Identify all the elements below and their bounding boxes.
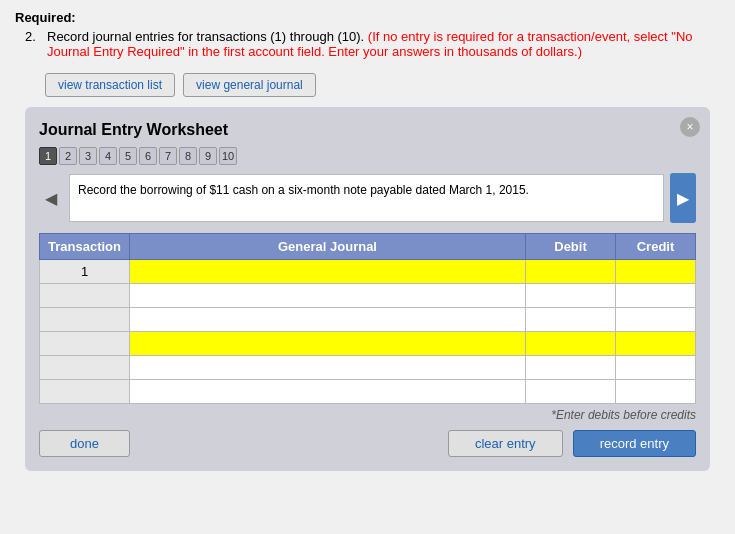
journal-input[interactable] [130, 284, 525, 307]
page-num-10[interactable]: 10 [219, 147, 237, 165]
page-num-4[interactable]: 4 [99, 147, 117, 165]
page-num-8[interactable]: 8 [179, 147, 197, 165]
txn-cell [40, 284, 130, 308]
credit-input[interactable] [616, 356, 695, 379]
credit-cell[interactable] [616, 332, 696, 356]
debit-cell[interactable] [526, 380, 616, 404]
journal-cell[interactable] [130, 308, 526, 332]
page-num-1[interactable]: 1 [39, 147, 57, 165]
debit-input[interactable] [526, 332, 615, 355]
page-num-3[interactable]: 3 [79, 147, 97, 165]
page-num-9[interactable]: 9 [199, 147, 217, 165]
txn-cell [40, 332, 130, 356]
col-debit: Debit [526, 234, 616, 260]
debit-cell[interactable] [526, 356, 616, 380]
next-arrow[interactable]: ▶ [670, 173, 696, 223]
credit-input[interactable] [616, 332, 695, 355]
col-transaction: Transaction [40, 234, 130, 260]
txn-cell: 1 [40, 260, 130, 284]
journal-input[interactable] [130, 356, 525, 379]
text-black: Record journal entries for transactions … [47, 29, 364, 44]
credit-cell[interactable] [616, 356, 696, 380]
txn-cell [40, 308, 130, 332]
table-row: 1 [40, 260, 696, 284]
prev-arrow[interactable]: ◀ [39, 173, 63, 223]
bottom-buttons: done clear entry record entry [39, 430, 696, 457]
view-journal-button[interactable]: view general journal [183, 73, 316, 97]
col-journal: General Journal [130, 234, 526, 260]
col-credit: Credit [616, 234, 696, 260]
table-row [40, 308, 696, 332]
required-section: Required: 2. Record journal entries for … [15, 10, 720, 59]
credit-input[interactable] [616, 380, 695, 403]
debit-input[interactable] [526, 356, 615, 379]
credit-cell[interactable] [616, 260, 696, 284]
debit-cell[interactable] [526, 332, 616, 356]
required-label: Required: [15, 10, 720, 25]
debit-input[interactable] [526, 308, 615, 331]
table-row [40, 356, 696, 380]
page-num-2[interactable]: 2 [59, 147, 77, 165]
hint-text: *Enter debits before credits [39, 408, 696, 422]
journal-cell[interactable] [130, 356, 526, 380]
page-num-5[interactable]: 5 [119, 147, 137, 165]
debit-cell[interactable] [526, 284, 616, 308]
pagination: 12345678910 [39, 147, 696, 165]
table-row [40, 332, 696, 356]
credit-cell[interactable] [616, 380, 696, 404]
journal-cell[interactable] [130, 284, 526, 308]
table-row [40, 380, 696, 404]
debit-input[interactable] [526, 380, 615, 403]
description-box: Record the borrowing of $11 cash on a si… [69, 174, 664, 222]
clear-entry-button[interactable]: clear entry [448, 430, 563, 457]
debit-input[interactable] [526, 284, 615, 307]
table-row [40, 284, 696, 308]
journal-table: Transaction General Journal Debit Credit… [39, 233, 696, 404]
page-num-7[interactable]: 7 [159, 147, 177, 165]
top-buttons: view transaction list view general journ… [45, 73, 720, 97]
txn-cell [40, 356, 130, 380]
txn-cell [40, 380, 130, 404]
debit-cell[interactable] [526, 308, 616, 332]
item-number: 2. [25, 29, 41, 59]
close-button[interactable]: × [680, 117, 700, 137]
done-button[interactable]: done [39, 430, 130, 457]
journal-cell[interactable] [130, 332, 526, 356]
worksheet-container: Journal Entry Worksheet × 12345678910 ◀ … [25, 107, 710, 471]
page-num-6[interactable]: 6 [139, 147, 157, 165]
journal-input[interactable] [130, 380, 525, 403]
credit-input[interactable] [616, 284, 695, 307]
debit-input[interactable] [526, 260, 615, 283]
credit-cell[interactable] [616, 308, 696, 332]
journal-input[interactable] [130, 332, 525, 355]
debit-cell[interactable] [526, 260, 616, 284]
record-entry-button[interactable]: record entry [573, 430, 696, 457]
required-text: Record journal entries for transactions … [47, 29, 720, 59]
journal-input[interactable] [130, 308, 525, 331]
credit-input[interactable] [616, 308, 695, 331]
worksheet-title: Journal Entry Worksheet [39, 121, 696, 139]
description-row: ◀ Record the borrowing of $11 cash on a … [39, 173, 696, 223]
journal-input[interactable] [130, 260, 525, 283]
journal-cell[interactable] [130, 380, 526, 404]
journal-cell[interactable] [130, 260, 526, 284]
credit-cell[interactable] [616, 284, 696, 308]
credit-input[interactable] [616, 260, 695, 283]
view-transaction-button[interactable]: view transaction list [45, 73, 175, 97]
